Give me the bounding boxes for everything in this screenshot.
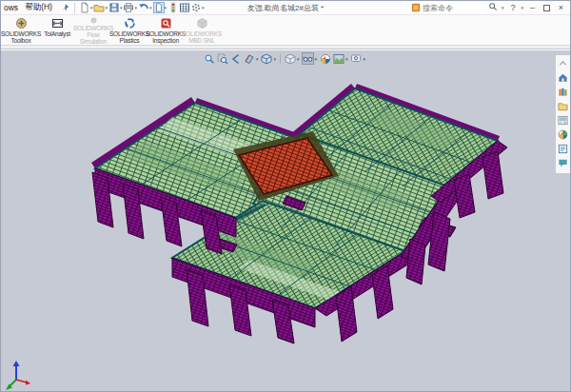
custom-properties-icon[interactable]	[558, 144, 568, 154]
dropdown-arrow[interactable]: ▾	[274, 56, 277, 62]
addins-toolbar: SOLIDWORKS Toolbox TolAnalyst SOLIDWORKS…	[1, 15, 570, 46]
model-3d-view[interactable]	[1, 50, 571, 392]
dropdown-arrow[interactable]: ▾	[134, 5, 137, 10]
design-library-icon[interactable]	[558, 87, 568, 97]
addin-label: SOLIDWORKS Inspection	[146, 30, 186, 44]
search-app-icon	[411, 3, 421, 12]
pin-icon[interactable]	[61, 3, 70, 12]
dropdown-arrow[interactable]: ▾	[90, 5, 93, 10]
toolbar-separator	[280, 53, 281, 64]
menu-item-windows[interactable]: ows	[4, 3, 18, 12]
view-palette-icon[interactable]	[558, 115, 568, 126]
addin-label: TolAnalyst	[44, 30, 70, 37]
solidworks-resources-home-icon[interactable]	[558, 72, 568, 83]
addin-label: SOLIDWORKS Plastics	[109, 30, 149, 44]
file-explorer-icon[interactable]	[558, 101, 568, 111]
menu-item-help[interactable]: 帮助(H)	[25, 2, 52, 13]
dropdown-arrow[interactable]: ▾	[345, 56, 348, 62]
toolbar-bottom-strip	[1, 46, 570, 49]
plastics-icon	[124, 17, 136, 29]
rebuild-traffic-light-icon[interactable]	[167, 2, 179, 13]
help-button[interactable]: ?	[506, 2, 519, 13]
tolanalyst-icon	[51, 17, 64, 29]
view-settings-icon[interactable]	[350, 52, 363, 65]
apply-scene-icon[interactable]	[332, 52, 345, 65]
highlighted-page-tool-icon[interactable]	[153, 2, 165, 13]
dropdown-arrow[interactable]: ▾	[120, 5, 123, 10]
collapse-arrow-icon[interactable]	[558, 58, 568, 69]
addin-solidworks-inspection[interactable]: SOLIDWORKS Inspection	[148, 15, 184, 45]
inspection-icon	[160, 17, 172, 29]
dropdown-arrow[interactable]: ▾	[165, 5, 167, 10]
solidworks-window: ows 帮助(H) ▾ ▾ ▾ ▾ ▾ ▾ ▾ 友强.欧尚名城2#总装 * ▾ …	[0, 0, 571, 392]
addin-solidworks-toolbox[interactable]: SOLIDWORKS Toolbox	[3, 15, 39, 45]
print-icon[interactable]	[123, 2, 134, 13]
command-search[interactable]	[411, 2, 485, 13]
zoom-to-area-icon[interactable]	[216, 52, 228, 65]
design-table-icon[interactable]	[179, 2, 190, 13]
titlebar-right-controls: ▾ ?▾ – ×	[411, 2, 570, 14]
search-magnifier-button[interactable]	[487, 2, 500, 14]
addin-flow-simulation[interactable]: SOLIDWORKS Flow Simulation	[75, 15, 111, 45]
addin-label: SOLIDWORKS Flow Simulation	[73, 25, 113, 45]
options-gear-icon[interactable]	[190, 2, 202, 13]
addin-label: SOLIDWORKS MBD SNL	[182, 30, 222, 44]
dropdown-arrow[interactable]: ▾	[364, 56, 366, 62]
solidworks-forum-icon[interactable]	[558, 158, 568, 168]
title-bar: ows 帮助(H) ▾ ▾ ▾ ▾ ▾ ▾ ▾ 友强.欧尚名城2#总装 * ▾ …	[1, 1, 570, 15]
addin-solidworks-mbd[interactable]: SOLIDWORKS MBD SNL	[184, 15, 220, 45]
dropdown-arrow[interactable]: ▾	[315, 56, 318, 62]
dropdown-arrow[interactable]: ▾	[202, 5, 205, 10]
addin-solidworks-plastics[interactable]: SOLIDWORKS Plastics	[111, 15, 148, 45]
dropdown-arrow[interactable]: ▾	[521, 5, 523, 10]
hide-show-items-icon[interactable]	[302, 52, 314, 65]
appearances-scenes-icon[interactable]	[558, 129, 568, 140]
dropdown-arrow[interactable]: ▾	[502, 5, 504, 10]
restore-button[interactable]	[543, 5, 550, 11]
new-document-icon[interactable]	[79, 2, 90, 13]
edit-appearance-icon[interactable]	[319, 52, 331, 65]
task-pane	[555, 54, 570, 174]
close-button[interactable]: ×	[555, 2, 567, 13]
mbd-icon	[196, 17, 208, 29]
open-document-icon[interactable]	[93, 2, 105, 13]
headsup-view-toolbar: ▾ ▾ ▾ ▾ ▾ ▾	[203, 52, 366, 65]
addin-label: SOLIDWORKS Toolbox	[1, 30, 41, 44]
view-orientation-icon[interactable]	[261, 52, 273, 65]
menu-bar: ows 帮助(H)	[1, 2, 70, 13]
dropdown-arrow[interactable]: ▾	[256, 56, 259, 62]
addin-tolanalyst[interactable]: TolAnalyst	[39, 15, 75, 45]
quick-access-toolbar: ▾ ▾ ▾ ▾ ▾ ▾ ▾	[79, 2, 206, 13]
dropdown-arrow[interactable]: ▾	[149, 5, 152, 10]
dropdown-arrow[interactable]: ▾	[297, 56, 300, 62]
flow-simulation-icon	[88, 17, 100, 24]
previous-view-icon[interactable]	[229, 52, 242, 65]
undo-icon[interactable]	[138, 2, 149, 13]
minimize-button[interactable]: –	[526, 2, 539, 13]
search-input[interactable]	[423, 4, 478, 12]
zoom-to-fit-icon[interactable]	[203, 52, 215, 65]
save-icon[interactable]	[108, 2, 120, 13]
orientation-triad	[6, 361, 30, 390]
graphics-viewport[interactable]: ▾ ▾ ▾ ▾ ▾ ▾	[1, 50, 570, 391]
dropdown-arrow[interactable]: ▾	[105, 5, 108, 10]
toolbox-screw-icon	[15, 17, 28, 29]
display-style-icon[interactable]	[284, 52, 296, 65]
section-view-icon[interactable]	[243, 52, 255, 65]
